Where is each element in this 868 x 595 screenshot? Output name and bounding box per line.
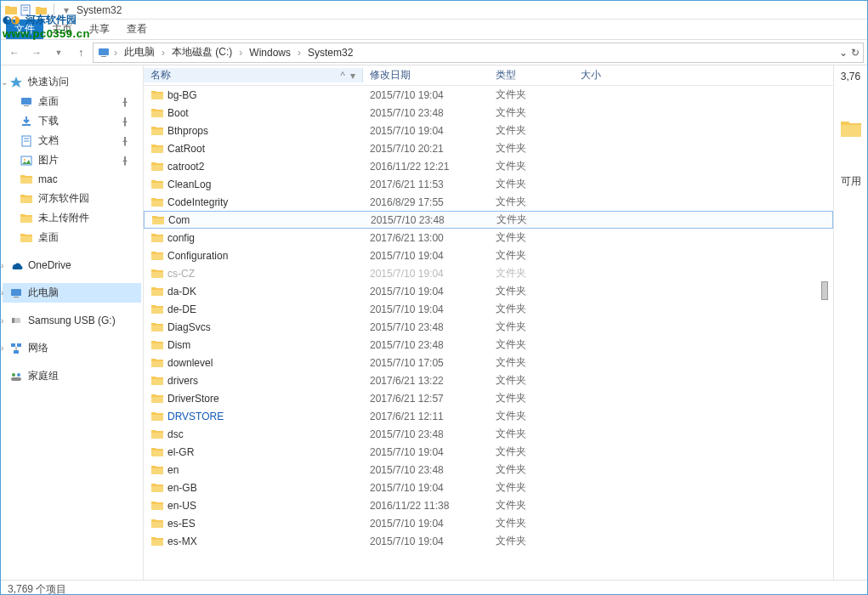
folder-icon [20, 231, 33, 245]
sidebar-item[interactable]: 河东软件园 [3, 189, 141, 208]
onedrive-item[interactable]: › OneDrive [3, 256, 141, 275]
address-box[interactable]: › 此电脑 › 本地磁盘 (C:) › Windows › System32 ⌄… [93, 42, 864, 63]
sidebar-item-label: 桌面 [38, 94, 59, 109]
file-date: 2015/7/10 17:05 [363, 357, 489, 369]
available-label: 可用 [841, 174, 861, 189]
table-row[interactable]: DriverStore2017/6/21 12:57文件夹 [144, 389, 833, 407]
sidebar-item[interactable]: 下载 [3, 111, 141, 131]
breadcrumb-pc[interactable]: 此电脑 [121, 43, 158, 61]
column-size-label: 大小 [581, 68, 601, 82]
table-row[interactable]: CodeIntegrity2016/8/29 17:55文件夹 [144, 193, 833, 211]
chevron-right-icon[interactable]: › [237, 47, 244, 59]
expand-icon[interactable]: › [1, 261, 3, 270]
table-row[interactable]: Dism2015/7/10 23:48文件夹 [144, 336, 833, 354]
sidebar-item[interactable]: 未上传附件 [3, 208, 141, 228]
table-row[interactable]: Boot2015/7/10 23:48文件夹 [144, 104, 833, 122]
folder-icon [150, 446, 164, 458]
chevron-right-icon[interactable]: › [296, 47, 303, 59]
sidebar-item[interactable]: mac [3, 170, 141, 189]
file-date: 2015/7/10 19:04 [363, 125, 489, 137]
quick-access-header[interactable]: ⌄ 快速访问 [3, 72, 141, 92]
table-row[interactable]: en-US2016/11/22 11:38文件夹 [144, 496, 833, 514]
table-row[interactable]: dsc2015/7/10 23:48文件夹 [144, 425, 833, 443]
table-row[interactable]: el-GR2015/7/10 19:04文件夹 [144, 443, 833, 461]
new-folder-icon[interactable] [35, 3, 48, 17]
table-row[interactable]: CleanLog2017/6/21 11:53文件夹 [144, 175, 833, 193]
tab-home[interactable]: 主页 [43, 20, 81, 39]
table-row[interactable]: cs-CZ2015/7/10 19:04文件夹 [144, 264, 833, 282]
properties-icon[interactable] [20, 3, 33, 17]
file-date: 2015/7/10 19:04 [363, 268, 489, 280]
network-item[interactable]: › 网络 [3, 338, 141, 358]
table-row[interactable]: DRVSTORE2017/6/21 12:11文件夹 [144, 407, 833, 425]
filter-icon[interactable]: ▾ [350, 70, 355, 82]
table-row[interactable]: de-DE2015/7/10 19:04文件夹 [144, 300, 833, 318]
file-name: Com [168, 214, 190, 226]
table-row[interactable]: drivers2017/6/21 13:22文件夹 [144, 371, 833, 389]
collapse-icon[interactable]: ⌄ [1, 77, 8, 87]
file-date: 2015/7/10 19:04 [363, 518, 489, 530]
sidebar-item[interactable]: 图片 [3, 150, 141, 170]
sidebar-item-label: 下载 [38, 114, 59, 128]
table-row[interactable]: da-DK2015/7/10 19:04文件夹 [144, 282, 833, 300]
tab-view[interactable]: 查看 [118, 20, 156, 39]
column-date[interactable]: 修改日期 [363, 68, 489, 82]
file-type: 文件夹 [489, 177, 574, 191]
table-row[interactable]: config2017/6/21 13:00文件夹 [144, 229, 833, 246]
column-type[interactable]: 类型 [489, 68, 574, 82]
table-row[interactable]: en2015/7/10 23:48文件夹 [144, 461, 833, 479]
file-list[interactable]: 名称 ^ ▾ 修改日期 类型 大小 bg-BG2015/7/10 19:04文件… [144, 65, 833, 580]
table-row[interactable]: en-GB2015/7/10 19:04文件夹 [144, 479, 833, 496]
scrollbar-thumb[interactable] [821, 281, 828, 300]
chevron-right-icon[interactable]: › [112, 47, 119, 59]
chevron-down-icon[interactable]: ▾ [60, 3, 73, 17]
file-name: en-GB [167, 482, 197, 494]
file-type: 文件夹 [489, 105, 574, 120]
file-date: 2017/6/21 13:00 [363, 232, 489, 244]
table-row[interactable]: catroot22016/11/22 12:21文件夹 [144, 157, 833, 175]
this-pc-label: 此电脑 [28, 286, 59, 300]
homegroup-item[interactable]: 家庭组 [3, 366, 141, 386]
sidebar-item-label: mac [38, 173, 58, 185]
table-row[interactable]: bg-BG2015/7/10 19:04文件夹 [144, 86, 833, 104]
column-size[interactable]: 大小 [574, 68, 625, 82]
refresh-icon[interactable]: ↻ [851, 47, 859, 59]
breadcrumb-drive[interactable]: 本地磁盘 (C:) [168, 43, 235, 61]
svg-rect-3 [99, 48, 109, 55]
table-row[interactable]: es-ES2015/7/10 19:04文件夹 [144, 514, 833, 532]
table-row[interactable]: CatRoot2015/7/10 20:21文件夹 [144, 139, 833, 157]
sidebar-item[interactable]: 文档 [3, 131, 141, 150]
ribbon-tabs: 文件 主页 共享 查看 [1, 20, 867, 40]
table-row[interactable]: Com2015/7/10 23:48文件夹 [144, 211, 833, 229]
tab-share[interactable]: 共享 [81, 20, 118, 39]
sidebar-item-label: 桌面 [38, 230, 59, 245]
table-row[interactable]: es-MX2015/7/10 19:04文件夹 [144, 532, 833, 550]
dropdown-icon[interactable]: ⌄ [839, 47, 848, 59]
breadcrumb-system32[interactable]: System32 [304, 45, 356, 60]
folder-icon [150, 250, 164, 262]
table-row[interactable]: DiagSvcs2015/7/10 23:48文件夹 [144, 318, 833, 336]
table-row[interactable]: Bthprops2015/7/10 19:04文件夹 [144, 122, 833, 139]
expand-icon[interactable]: › [1, 288, 3, 298]
chevron-right-icon[interactable]: › [160, 47, 167, 59]
nav-back-icon[interactable]: ← [4, 42, 25, 63]
expand-icon[interactable]: › [1, 316, 3, 326]
sidebar-item[interactable]: 桌面 [3, 92, 141, 111]
tab-file[interactable]: 文件 [6, 20, 43, 39]
file-date: 2015/7/10 20:21 [363, 143, 489, 155]
nav-recent-icon[interactable]: ▼ [48, 42, 69, 63]
usb-drive-item[interactable]: › Samsung USB (G:) [3, 311, 141, 330]
nav-up-icon[interactable]: ↑ [71, 42, 91, 63]
breadcrumb-windows[interactable]: Windows [246, 45, 294, 60]
sidebar-item-label: 文档 [38, 133, 59, 148]
pin-icon [119, 155, 131, 167]
file-name: config [167, 232, 195, 244]
column-name[interactable]: 名称 ^ ▾ [144, 68, 363, 82]
table-row[interactable]: downlevel2015/7/10 17:05文件夹 [144, 354, 833, 371]
file-name: Boot [167, 107, 189, 119]
this-pc-item[interactable]: › 此电脑 [3, 283, 141, 303]
expand-icon[interactable]: › [1, 343, 3, 353]
file-name: de-DE [167, 303, 196, 315]
table-row[interactable]: Configuration2015/7/10 19:04文件夹 [144, 246, 833, 264]
sidebar-item[interactable]: 桌面 [3, 228, 141, 247]
